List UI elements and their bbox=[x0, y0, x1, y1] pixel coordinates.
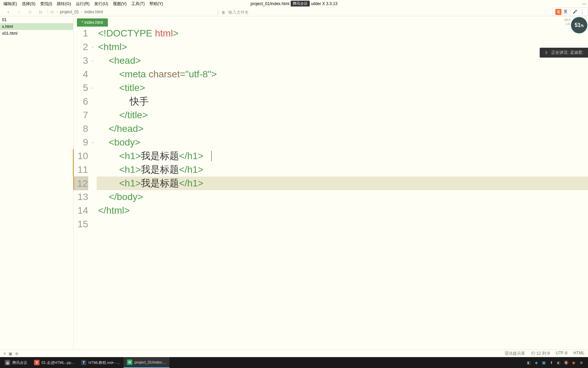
code-line[interactable]: 快手 bbox=[97, 95, 588, 108]
taskbar-item-hbuilder[interactable]: H project_01/index.... bbox=[124, 357, 169, 368]
tray-icon[interactable]: ⬆ bbox=[549, 360, 554, 365]
menu-find[interactable]: 查找(I) bbox=[38, 1, 54, 7]
code-line[interactable]: <!DOCTYPE html> bbox=[97, 27, 588, 40]
taskbar-item-md[interactable]: T HTML教程.md• - ... bbox=[78, 357, 124, 368]
tab-bar: * index.html bbox=[74, 16, 588, 27]
code-line[interactable] bbox=[97, 217, 588, 231]
code-line[interactable]: <h1>我是标题</h1> bbox=[97, 177, 588, 190]
performance-widget[interactable]: 51% bbox=[571, 17, 587, 33]
ime-comma-icon: ' bbox=[570, 9, 571, 15]
perf-net: 26.8 1.K bbox=[564, 18, 570, 26]
tray-icon[interactable]: ◐ bbox=[556, 360, 561, 365]
tray-icon[interactable]: ▦ bbox=[541, 360, 546, 365]
back-icon[interactable]: ‹ bbox=[5, 9, 12, 15]
code-line[interactable]: <head> bbox=[97, 54, 588, 67]
run-icon[interactable]: ▷ bbox=[37, 9, 44, 15]
menu-select[interactable]: 选择(S) bbox=[19, 1, 38, 7]
sidebar-item-file-active[interactable]: x.html bbox=[0, 23, 73, 30]
menu-view[interactable]: 视图(V) bbox=[111, 1, 129, 7]
line-number: 3 bbox=[74, 54, 88, 67]
tray-shield-icon[interactable]: ◈ bbox=[534, 360, 539, 365]
ime-lang: 英 bbox=[564, 9, 568, 15]
code-editor[interactable]: 123456789101112131415 ▫▫▫▫ <!DOCTYPE htm… bbox=[74, 27, 588, 350]
fold-marker[interactable] bbox=[92, 122, 97, 136]
star-icon[interactable]: ☆ bbox=[27, 9, 33, 15]
tray-icon[interactable]: ◧ bbox=[526, 360, 532, 365]
code-line[interactable]: </head> bbox=[97, 122, 588, 136]
status-syntax[interactable]: 语法提示库 bbox=[505, 351, 525, 356]
folder-icon: 🗀 bbox=[50, 10, 54, 14]
file-search[interactable]: 🗎 输入文件名 bbox=[218, 10, 249, 15]
fold-marker[interactable]: ▫ bbox=[92, 54, 97, 67]
code-line[interactable]: <body> bbox=[97, 136, 588, 149]
window-title: project_01/index.html 腾讯会议 uilder X 3.3.… bbox=[250, 1, 337, 6]
taskbar-item-meeting[interactable]: ◎ 腾讯会议 bbox=[1, 357, 31, 368]
fold-marker[interactable] bbox=[92, 163, 97, 177]
code-line[interactable]: <meta charset="utf-8"> bbox=[97, 67, 588, 81]
fold-marker[interactable] bbox=[92, 204, 97, 217]
fold-marker[interactable] bbox=[92, 177, 97, 190]
sidebar-item-folder[interactable]: 01 bbox=[0, 16, 73, 23]
sync-icon[interactable]: ⊗ bbox=[15, 351, 18, 356]
fold-marker[interactable] bbox=[92, 149, 97, 163]
list-icon[interactable]: ≡ bbox=[3, 351, 6, 356]
menu-run[interactable]: 运行(R) bbox=[74, 1, 92, 7]
menu-help[interactable]: 帮助(Y) bbox=[147, 1, 165, 7]
ime-indicator[interactable]: S 英 ' 🎤 ⋮ bbox=[552, 7, 588, 16]
code-content[interactable]: <!DOCTYPE html><html> <head> <meta chars… bbox=[97, 27, 588, 350]
status-position[interactable]: 行:12 列:9 bbox=[531, 351, 550, 356]
menu-publish[interactable]: 发行(U) bbox=[92, 1, 111, 7]
line-number: 7 bbox=[74, 108, 88, 122]
tray-icon[interactable]: ◉ bbox=[571, 360, 576, 365]
fold-marker[interactable] bbox=[92, 27, 97, 40]
status-language[interactable]: HTML bbox=[573, 351, 585, 356]
code-line[interactable]: <title> bbox=[97, 81, 588, 95]
mic-icon: 🎙 bbox=[544, 50, 549, 55]
app-icon: ◎ bbox=[5, 360, 10, 365]
main-area: 01 x.html x01.html * index.html 12345678… bbox=[0, 16, 588, 350]
breadcrumb: 🗀 › project_01 › index.html bbox=[49, 10, 104, 14]
line-number: 10 bbox=[74, 149, 88, 163]
meeting-overlay: 腾讯会议 bbox=[291, 1, 310, 6]
file-explorer: 01 x.html x01.html bbox=[0, 16, 74, 350]
fold-marker[interactable]: ▫ bbox=[92, 81, 97, 95]
separator bbox=[48, 9, 48, 15]
tray-volume-icon[interactable]: 🔇 bbox=[564, 360, 569, 365]
code-line[interactable]: </body> bbox=[97, 190, 588, 204]
status-encoding[interactable]: UTF-8 bbox=[556, 351, 567, 356]
minimize-icon[interactable]: — bbox=[582, 1, 586, 6]
code-line[interactable]: </title> bbox=[97, 108, 588, 122]
ime-more-icon: ⋮ bbox=[579, 9, 585, 15]
menu-tools[interactable]: 工具(T) bbox=[129, 1, 147, 7]
line-number: 8 bbox=[74, 122, 88, 136]
code-line[interactable]: <h1>我是标题</h1> bbox=[97, 149, 588, 163]
ime-badge-icon: S bbox=[555, 9, 561, 15]
fold-marker[interactable]: ▫ bbox=[92, 136, 97, 149]
fold-marker[interactable] bbox=[92, 95, 97, 108]
menu-edit[interactable]: 编辑(E) bbox=[1, 1, 19, 7]
system-tray: ◧ ◈ ▦ ⬆ ◐ 🔇 ◉ ⊗ bbox=[526, 360, 587, 365]
fold-marker[interactable] bbox=[92, 217, 97, 231]
sidebar-item-file[interactable]: x01.html bbox=[0, 30, 73, 37]
toolbar: ‹ › ☆ ▷ 🗀 › project_01 › index.html bbox=[0, 7, 588, 16]
forward-icon[interactable]: › bbox=[16, 9, 22, 15]
taskbar-item-ppt[interactable]: V 01-走进HTML-.pp... bbox=[31, 357, 78, 368]
code-line[interactable]: <html> bbox=[97, 40, 588, 54]
fold-column: ▫▫▫▫ bbox=[92, 27, 97, 350]
terminal-icon[interactable]: ▣ bbox=[9, 351, 12, 356]
status-bar: ≡ ▣ ⊗ 语法提示库 行:12 列:9 UTF-8 HTML bbox=[0, 350, 588, 357]
breadcrumb-file[interactable]: index.html bbox=[84, 10, 103, 14]
fold-marker[interactable] bbox=[92, 67, 97, 81]
menu-goto[interactable]: 跳转(G) bbox=[54, 1, 73, 7]
fold-marker[interactable] bbox=[92, 190, 97, 204]
breadcrumb-project[interactable]: project_01 bbox=[60, 10, 79, 14]
line-number: 14 bbox=[74, 204, 88, 217]
tray-close-icon[interactable]: ⊗ bbox=[578, 360, 584, 365]
code-line[interactable]: </html> bbox=[97, 204, 588, 217]
line-number: 6 bbox=[74, 95, 88, 108]
fold-marker[interactable] bbox=[92, 108, 97, 122]
fold-marker[interactable]: ▫ bbox=[92, 40, 97, 54]
code-line[interactable]: <h1>我是标题</h1> bbox=[97, 163, 588, 177]
tab-active[interactable]: * index.html bbox=[77, 18, 108, 27]
line-number: 11 bbox=[74, 163, 88, 177]
